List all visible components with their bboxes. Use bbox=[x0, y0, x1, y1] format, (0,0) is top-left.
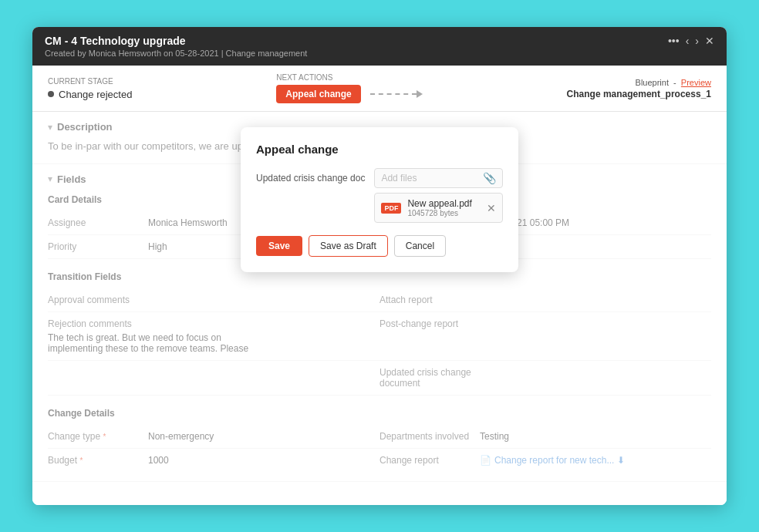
modal-actions: Save Save as Draft Cancel bbox=[256, 235, 503, 257]
modal-field-crisis: Updated crisis change doc Add files 📎 PD… bbox=[256, 168, 503, 223]
file-preview: PDF New appeal.pdf 1045728 bytes ✕ bbox=[374, 193, 503, 223]
blueprint-label: Blueprint - Preview bbox=[567, 78, 711, 87]
stage-dot bbox=[48, 91, 54, 97]
modal-cancel-button[interactable]: Cancel bbox=[394, 235, 446, 257]
file-input-area[interactable]: Add files 📎 bbox=[374, 168, 503, 188]
modal-field-label: Updated crisis change doc bbox=[256, 168, 365, 184]
file-remove-button[interactable]: ✕ bbox=[487, 202, 496, 214]
file-name: New appeal.pdf bbox=[407, 198, 481, 209]
file-input-placeholder: Add files bbox=[381, 173, 477, 184]
close-icon[interactable]: ✕ bbox=[705, 35, 714, 47]
more-icon[interactable]: ••• bbox=[668, 35, 680, 47]
blueprint-section: Blueprint - Preview Change management_pr… bbox=[567, 78, 711, 99]
main-window: CM - 4 Technology upgrade Created by Mon… bbox=[32, 27, 727, 505]
modal-draft-button[interactable]: Save as Draft bbox=[309, 235, 388, 257]
dashed-line bbox=[370, 93, 417, 95]
stage-bar: Current Stage Change rejected Next Actio… bbox=[32, 66, 727, 112]
current-stage-value: Change rejected bbox=[48, 89, 132, 100]
next-actions-label: Next Actions bbox=[276, 73, 422, 82]
modal-title: Appeal change bbox=[256, 143, 503, 156]
modal-save-button[interactable]: Save bbox=[256, 236, 302, 256]
main-content: Appeal change Updated crisis change doc … bbox=[32, 112, 727, 505]
window-title: CM - 4 Technology upgrade bbox=[45, 35, 307, 47]
appeal-change-modal: Appeal change Updated crisis change doc … bbox=[241, 127, 518, 272]
file-info: New appeal.pdf 1045728 bytes bbox=[407, 198, 481, 217]
blueprint-value: Change management_process_1 bbox=[567, 89, 711, 99]
window-subtitle: Created by Monica Hemsworth on 05-28-202… bbox=[45, 49, 307, 58]
next-actions-row: Appeal change bbox=[276, 85, 422, 103]
next-actions-section: Next Actions Appeal change bbox=[276, 73, 422, 103]
title-bar-left: CM - 4 Technology upgrade Created by Mon… bbox=[45, 35, 307, 58]
title-bar-controls: ••• ‹ › ✕ bbox=[668, 35, 714, 47]
appeal-change-button[interactable]: Appeal change bbox=[276, 85, 360, 103]
modal-overlay: Appeal change Updated crisis change doc … bbox=[32, 112, 727, 505]
current-stage-label: Current Stage bbox=[48, 77, 132, 86]
blueprint-preview-link[interactable]: Preview bbox=[681, 78, 711, 87]
next-icon[interactable]: › bbox=[695, 35, 699, 47]
attachment-icon: 📎 bbox=[483, 172, 496, 184]
current-stage-section: Current Stage Change rejected bbox=[48, 77, 132, 100]
title-bar: CM - 4 Technology upgrade Created by Mon… bbox=[32, 27, 727, 66]
arrow-dashed bbox=[370, 90, 423, 98]
prev-icon[interactable]: ‹ bbox=[686, 35, 690, 47]
modal-field-input: Add files 📎 PDF New appeal.pdf 1045728 b… bbox=[374, 168, 503, 223]
stage-text: Change rejected bbox=[59, 89, 132, 100]
arrow-head bbox=[417, 90, 423, 98]
file-type-badge: PDF bbox=[381, 203, 401, 214]
file-size: 1045728 bytes bbox=[407, 209, 481, 217]
